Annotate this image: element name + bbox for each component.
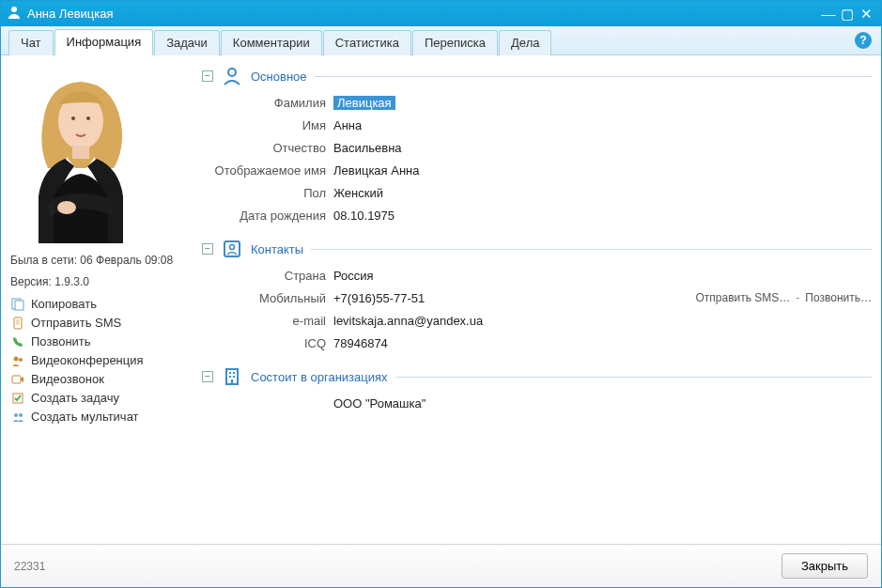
svg-rect-10 — [16, 319, 20, 325]
value-name[interactable]: Анна — [333, 118, 362, 132]
label-display-name: Отображаемое имя — [202, 163, 333, 178]
multichat-icon — [10, 410, 25, 425]
svg-point-16 — [19, 413, 23, 417]
value-email[interactable]: levitskaja.anna@yandex.ua — [333, 314, 483, 328]
collapse-toggle[interactable]: − — [202, 70, 213, 82]
person-icon — [221, 65, 243, 87]
action-video-call[interactable]: Видеозвонок — [10, 371, 196, 388]
tab-comments[interactable]: Комментарии — [221, 30, 322, 55]
help-button[interactable]: ? — [855, 32, 872, 49]
tabbar: Чат Информация Задачи Комментарии Статис… — [1, 26, 881, 55]
dash: - — [796, 291, 799, 304]
section-orgs-header: − Состоит в организациях — [202, 365, 872, 388]
mobile-actions: Отправить SMS… - Позвонить… — [695, 291, 872, 304]
info-form: − Основное ФамилияЛевицкая ИмяАнна Отчес… — [196, 61, 872, 544]
last-seen: Была в сети: 06 Февраль 09:08 — [10, 253, 196, 269]
label-surname: Фамилия — [202, 96, 333, 110]
svg-point-6 — [86, 116, 90, 120]
svg-point-17 — [228, 69, 236, 76]
maximize-button[interactable]: ▢ — [838, 7, 857, 21]
action-label: Видеоконференция — [31, 353, 144, 367]
label-birthdate: Дата рождения — [202, 209, 333, 223]
video-conference-icon — [10, 353, 25, 368]
value-display-name[interactable]: Левицкая Анна — [333, 163, 420, 178]
value-organization[interactable]: ООО "Ромашка" — [333, 396, 426, 410]
tab-info[interactable]: Информация — [54, 29, 154, 55]
app-icon — [7, 5, 22, 23]
value-mobile[interactable]: +7(916)55-77-51 — [333, 291, 425, 305]
tab-statistics[interactable]: Статистика — [323, 30, 411, 55]
tab-tasks[interactable]: Задачи — [154, 30, 220, 55]
svg-rect-22 — [233, 372, 235, 374]
sms-icon — [10, 316, 25, 331]
mobile-call-link[interactable]: Позвонить… — [805, 291, 872, 304]
svg-point-11 — [14, 356, 19, 361]
label-icq: ICQ — [202, 336, 333, 350]
action-label: Позвонить — [31, 334, 91, 348]
section-basic-header: − Основное — [202, 65, 872, 87]
action-label: Видеозвонок — [31, 372, 104, 386]
svg-point-4 — [57, 201, 76, 214]
titlebar: Анна Левицкая — ▢ ✕ — [1, 1, 881, 26]
action-create-multichat[interactable]: Создать мультичат — [10, 409, 196, 426]
contacts-icon — [221, 238, 243, 260]
section-title: Контакты — [251, 242, 303, 256]
section-contacts-header: − Контакты — [202, 238, 872, 260]
svg-rect-3 — [72, 146, 89, 159]
task-icon — [10, 391, 25, 406]
tab-correspondence[interactable]: Переписка — [412, 30, 498, 55]
action-label: Создать мультичат — [31, 410, 139, 424]
copy-icon — [10, 297, 25, 312]
action-label: Создать задачу — [31, 391, 119, 405]
label-gender: Пол — [202, 186, 333, 200]
svg-rect-13 — [12, 376, 21, 383]
svg-point-5 — [71, 116, 75, 120]
action-label: Отправить SMS — [31, 316, 121, 330]
value-surname[interactable]: Левицкая — [333, 96, 395, 110]
label-email: e-mail — [202, 314, 333, 328]
building-icon — [221, 365, 243, 388]
video-call-icon — [10, 372, 25, 387]
value-icq[interactable]: 78946874 — [333, 336, 388, 350]
action-video-conference[interactable]: Видеоконференция — [10, 352, 196, 369]
footer: 22331 Закрыть — [1, 544, 881, 587]
action-call[interactable]: Позвонить — [10, 333, 196, 350]
version: Версия: 1.9.3.0 — [10, 274, 196, 290]
phone-icon — [10, 334, 25, 349]
close-window-button[interactable]: ✕ — [857, 7, 875, 21]
value-birthdate[interactable]: 08.10.1975 — [333, 209, 395, 223]
tab-cases[interactable]: Дела — [499, 30, 551, 55]
minimize-button[interactable]: — — [819, 7, 838, 21]
svg-rect-23 — [229, 376, 231, 378]
section-title: Состоит в организациях — [251, 370, 388, 384]
value-gender[interactable]: Женский — [333, 186, 383, 200]
svg-point-19 — [230, 245, 235, 250]
svg-rect-21 — [229, 372, 231, 374]
action-label: Копировать — [31, 297, 97, 311]
close-button[interactable]: Закрыть — [781, 553, 868, 579]
svg-rect-24 — [233, 376, 235, 378]
svg-point-0 — [11, 7, 17, 12]
content-area: Была в сети: 06 Февраль 09:08 Версия: 1.… — [1, 55, 881, 544]
svg-point-15 — [14, 413, 18, 417]
action-copy[interactable]: Копировать — [10, 296, 196, 313]
label-country: Страна — [202, 269, 333, 283]
tab-chat[interactable]: Чат — [8, 30, 54, 55]
window-title: Анна Левицкая — [27, 7, 114, 21]
value-patronymic[interactable]: Васильевна — [333, 141, 402, 155]
status-number: 22331 — [14, 560, 45, 573]
svg-rect-8 — [15, 301, 23, 310]
label-patronymic: Отчество — [202, 141, 333, 155]
label-mobile: Мобильный — [202, 291, 333, 305]
action-create-task[interactable]: Создать задачу — [10, 390, 196, 407]
label-name: Имя — [202, 118, 333, 132]
svg-rect-25 — [231, 379, 233, 384]
svg-point-12 — [19, 358, 23, 362]
mobile-send-sms-link[interactable]: Отправить SMS… — [695, 291, 790, 304]
sidebar: Была в сети: 06 Февраль 09:08 Версия: 1.… — [10, 61, 196, 544]
avatar — [10, 65, 151, 243]
collapse-toggle[interactable]: − — [202, 371, 213, 382]
collapse-toggle[interactable]: − — [202, 243, 213, 255]
value-country[interactable]: Россия — [333, 269, 374, 283]
action-send-sms[interactable]: Отправить SMS — [10, 315, 196, 332]
